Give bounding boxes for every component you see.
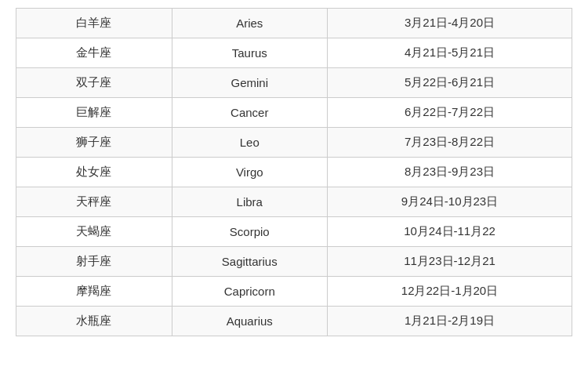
english-name: Leo [172,128,328,158]
chinese-name: 双子座 [16,68,172,98]
table-row: 水瓶座Aquarius1月21日-2月19日 [16,307,572,336]
chinese-name: 金牛座 [16,38,172,68]
english-name: Taurus [172,38,328,68]
chinese-name: 天秤座 [16,187,172,217]
english-name: Scorpio [172,217,328,247]
zodiac-table-container: 白羊座Aries3月21日-4月20日金牛座Taurus4月21日-5月21日双… [0,0,588,344]
english-name: Capricorn [172,277,328,307]
table-row: 巨解座Cancer6月22日-7月22日 [16,98,572,128]
table-row: 天蝎座Scorpio10月24日-11月22 [16,217,572,247]
chinese-name: 摩羯座 [16,277,172,307]
table-row: 天秤座Libra9月24日-10月23日 [16,187,572,217]
date-range: 9月24日-10月23日 [328,187,572,217]
date-range: 8月23日-9月23日 [328,158,572,187]
english-name: Cancer [172,98,328,128]
date-range: 4月21日-5月21日 [328,38,572,68]
english-name: Sagittarius [172,247,328,277]
date-range: 12月22日-1月20日 [328,277,572,307]
chinese-name: 射手座 [16,247,172,277]
table-row: 金牛座Taurus4月21日-5月21日 [16,38,572,68]
table-row: 白羊座Aries3月21日-4月20日 [16,9,572,38]
table-row: 双子座Gemini5月22日-6月21日 [16,68,572,98]
date-range: 11月23日-12月21 [328,247,572,277]
chinese-name: 水瓶座 [16,307,172,336]
table-row: 射手座Sagittarius11月23日-12月21 [16,247,572,277]
english-name: Virgo [172,158,328,187]
table-row: 处女座Virgo8月23日-9月23日 [16,158,572,187]
chinese-name: 白羊座 [16,9,172,38]
table-row: 狮子座Leo7月23日-8月22日 [16,128,572,158]
date-range: 1月21日-2月19日 [328,307,572,336]
date-range: 10月24日-11月22 [328,217,572,247]
english-name: Aries [172,9,328,38]
english-name: Libra [172,187,328,217]
chinese-name: 天蝎座 [16,217,172,247]
chinese-name: 巨解座 [16,98,172,128]
english-name: Aquarius [172,307,328,336]
date-range: 3月21日-4月20日 [328,9,572,38]
table-row: 摩羯座Capricorn12月22日-1月20日 [16,277,572,307]
chinese-name: 处女座 [16,158,172,187]
english-name: Gemini [172,68,328,98]
date-range: 7月23日-8月22日 [328,128,572,158]
zodiac-table: 白羊座Aries3月21日-4月20日金牛座Taurus4月21日-5月21日双… [16,8,572,336]
date-range: 5月22日-6月21日 [328,68,572,98]
date-range: 6月22日-7月22日 [328,98,572,128]
chinese-name: 狮子座 [16,128,172,158]
